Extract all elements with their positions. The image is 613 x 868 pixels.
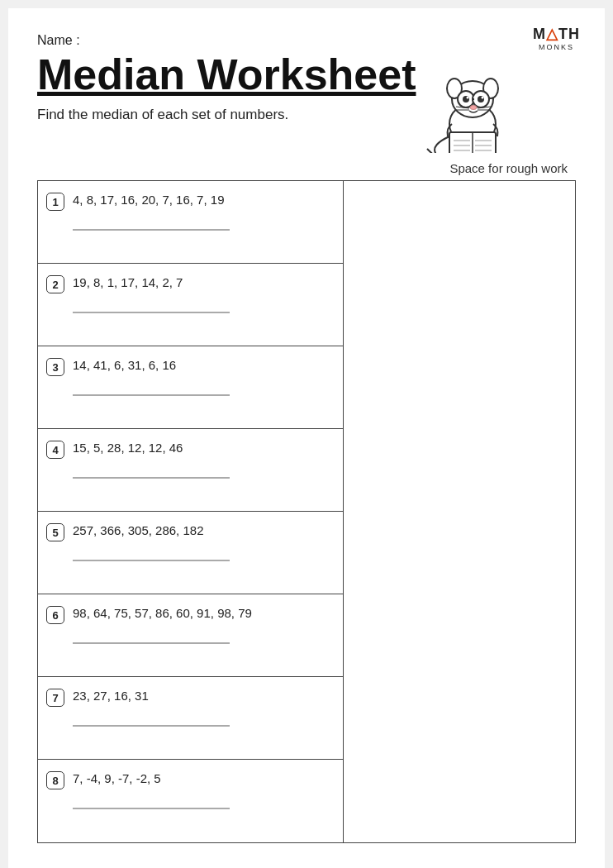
left-column: 14, 8, 17, 16, 20, 7, 16, 7, 19219, 8, 1… (38, 181, 344, 843)
problem-number: 1 (46, 193, 64, 211)
problem-number: 4 (46, 441, 64, 459)
problem-text: 19, 8, 1, 17, 14, 2, 7 (73, 274, 331, 291)
answer-line (73, 477, 230, 479)
header: Name : M△TH MONKS (37, 33, 576, 48)
answer-line (73, 725, 230, 727)
answer-line (73, 312, 230, 313)
answer-line (73, 560, 230, 561)
problem-item: 698, 64, 75, 57, 86, 60, 91, 98, 79 (38, 594, 343, 677)
logo-subtext: MONKS (539, 43, 574, 51)
svg-point-11 (470, 106, 477, 110)
logo: M△TH MONKS (533, 25, 580, 51)
problem-text: 4, 8, 17, 16, 20, 7, 16, 7, 19 (73, 191, 331, 208)
problem-item: 723, 27, 16, 31 (38, 677, 343, 760)
answer-line (73, 229, 230, 231)
problem-number: 5 (46, 523, 64, 541)
svg-point-10 (482, 97, 484, 99)
problem-number: 3 (46, 358, 64, 376)
answer-line (73, 642, 230, 644)
logo-text: M△TH (533, 25, 580, 43)
svg-point-9 (467, 97, 469, 99)
name-label: Name : (37, 33, 80, 48)
logo-a-icon: △ (546, 26, 558, 42)
mascot-icon (415, 54, 522, 153)
page: Name : M△TH MONKS Median Worksheet Find … (8, 8, 605, 868)
right-column (344, 181, 576, 843)
problem-number: 7 (46, 689, 64, 707)
problem-number: 2 (46, 275, 64, 293)
answer-line (73, 394, 230, 396)
problem-text: 257, 366, 305, 286, 182 (73, 522, 331, 539)
problem-item: 14, 8, 17, 16, 20, 7, 16, 7, 19 (38, 181, 343, 264)
problem-text: 7, -4, 9, -7, -2, 5 (73, 770, 331, 787)
rough-work-label: Space for rough work (37, 161, 576, 175)
problem-number: 8 (46, 771, 64, 789)
problems-table: 14, 8, 17, 16, 20, 7, 16, 7, 19219, 8, 1… (37, 180, 576, 843)
answer-line (73, 808, 230, 809)
problem-text: 23, 27, 16, 31 (73, 687, 331, 704)
problem-item: 314, 41, 6, 31, 6, 16 (38, 346, 343, 429)
problem-item: 219, 8, 1, 17, 14, 2, 7 (38, 264, 343, 346)
problem-text: 98, 64, 75, 57, 86, 60, 91, 98, 79 (73, 604, 331, 622)
subtitle-row: Find the median of each set of numbers. (37, 103, 576, 153)
problem-text: 14, 41, 6, 31, 6, 16 (73, 356, 331, 374)
problem-number: 6 (46, 606, 64, 624)
table-row: 14, 8, 17, 16, 20, 7, 16, 7, 19219, 8, 1… (38, 181, 576, 843)
problem-item: 5257, 366, 305, 286, 182 (38, 512, 343, 594)
problem-item: 415, 5, 28, 12, 12, 46 (38, 429, 343, 512)
problem-item: 87, -4, 9, -7, -2, 5 (38, 760, 343, 842)
mascot-area (411, 54, 526, 153)
subtitle: Find the median of each set of numbers. (37, 107, 288, 123)
problem-text: 15, 5, 28, 12, 12, 46 (73, 439, 331, 456)
